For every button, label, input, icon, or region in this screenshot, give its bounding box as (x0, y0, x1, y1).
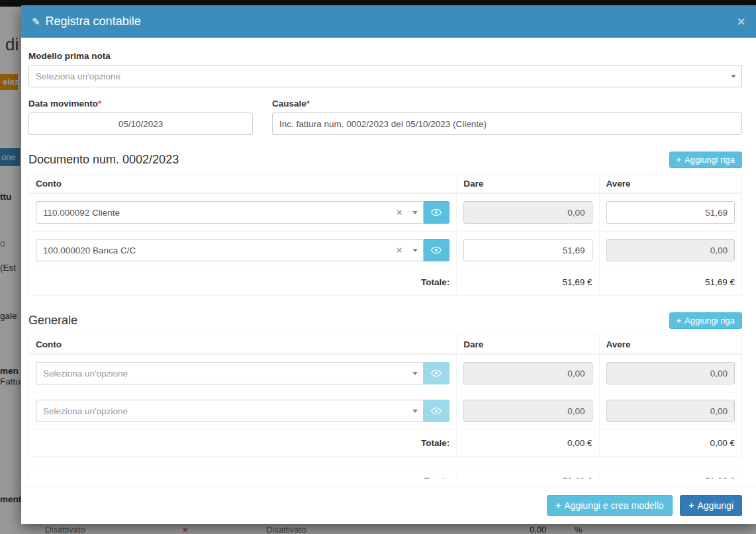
modal-body: Modello prima nota Seleziona un'opzione … (21, 38, 756, 478)
eye-icon (431, 368, 442, 378)
table-row: Seleziona un'opzione (29, 392, 742, 430)
eye-icon (431, 207, 442, 218)
chevron-down-icon (412, 249, 418, 252)
column-header-dare: Dare (457, 335, 599, 355)
avere-input[interactable] (606, 201, 735, 224)
view-account-button (424, 400, 449, 422)
dare-input[interactable] (463, 239, 592, 261)
aggiungi-label: Aggiungi (698, 500, 734, 511)
modal-footer: + Aggiungi e crea modello + Aggiungi (21, 486, 756, 524)
aggiungi-crea-modello-label: Aggiungi e crea modello (564, 500, 663, 511)
causale-label: Causale* (272, 99, 742, 109)
select-placeholder: Seleziona un'opzione (36, 71, 730, 81)
select-placeholder: Seleziona un'opzione (43, 406, 411, 416)
grand-total-avere: 51,69 € (599, 469, 741, 479)
column-header-avere: Avere (599, 175, 741, 194)
grand-total-label: Totale (29, 469, 457, 479)
conto-select[interactable]: Seleziona un'opzione (36, 362, 424, 384)
grand-total-row: Totale 51,69 € 51,69 € (29, 469, 742, 479)
table-row: 110.000092 Cliente × (29, 193, 742, 232)
documento-table: Conto Dare Avere 110.000092 Cliente × (28, 174, 742, 296)
modal-title-text: Registra contabile (46, 15, 141, 28)
plus-icon: + (677, 316, 682, 326)
conto-selected-value: 110.000092 Cliente (43, 208, 397, 218)
modello-prima-nota-select[interactable]: Seleziona un'opzione (28, 65, 742, 87)
column-header-avere: Avere (599, 335, 741, 355)
clear-selection-icon[interactable]: × (397, 245, 402, 255)
generale-section-title: Generale (28, 314, 77, 328)
chevron-down-icon (412, 410, 418, 413)
table-row: 100.000020 Banca C/C × (29, 232, 742, 269)
causale-label-text: Causale (272, 99, 307, 109)
aggiungi-riga-label: Aggiungi riga (685, 155, 735, 165)
dare-input (463, 201, 592, 224)
total-dare: 0,00 € (457, 430, 599, 457)
close-icon[interactable]: × (737, 15, 745, 29)
total-avere: 0,00 € (599, 430, 741, 457)
required-asterisk: * (307, 99, 310, 109)
aggiungi-crea-modello-button[interactable]: + Aggiungi e crea modello (547, 495, 672, 516)
avere-input (606, 239, 735, 261)
column-header-dare: Dare (457, 175, 599, 194)
chevron-down-icon (412, 211, 418, 214)
data-movimento-label-text: Data movimento (28, 99, 98, 109)
aggiungi-riga-label: Aggiungi riga (685, 316, 735, 326)
view-account-button (424, 362, 449, 384)
data-movimento-input[interactable] (28, 112, 253, 135)
total-label: Totale: (29, 269, 457, 296)
conto-selected-value: 100.000020 Banca C/C (43, 245, 397, 255)
eye-icon (431, 406, 442, 416)
pencil-icon: ✎ (32, 16, 40, 28)
modal-header: ✎ Registra contabile × (21, 5, 756, 38)
documento-section-title: Documento num. 0002/2023 (28, 153, 179, 167)
grand-total-dare: 51,69 € (457, 469, 599, 479)
conto-select[interactable]: 100.000020 Banca C/C × (36, 239, 424, 261)
grand-total-table: Totale 51,69 € 51,69 € (28, 468, 742, 478)
total-row: Totale: 51,69 € 51,69 € (29, 269, 742, 296)
view-account-button[interactable] (424, 239, 449, 261)
total-label: Totale: (29, 430, 457, 457)
total-avere: 51,69 € (599, 269, 741, 296)
conto-select[interactable]: 110.000092 Cliente × (36, 201, 424, 224)
plus-icon: + (677, 155, 682, 165)
table-header-row: Conto Dare Avere (29, 335, 742, 355)
aggiungi-riga-generale-button[interactable]: + Aggiungi riga (669, 312, 742, 329)
required-asterisk: * (98, 99, 101, 109)
dare-input (463, 362, 592, 384)
plus-icon: + (555, 500, 561, 511)
view-account-button[interactable] (424, 201, 449, 224)
avere-input (606, 400, 735, 422)
clear-selection-icon[interactable]: × (397, 207, 402, 218)
modal-title: ✎ Registra contabile (32, 15, 141, 28)
avere-input (606, 362, 735, 384)
data-movimento-label: Data movimento* (28, 99, 253, 109)
aggiungi-riga-documento-button[interactable]: + Aggiungi riga (669, 152, 742, 168)
select-placeholder: Seleziona un'opzione (43, 369, 411, 378)
dare-input (463, 400, 592, 422)
conto-select[interactable]: Seleziona un'opzione (36, 400, 424, 422)
chevron-down-icon (412, 372, 418, 375)
table-header-row: Conto Dare Avere (29, 175, 742, 194)
modello-prima-nota-label: Modello prima nota (28, 51, 742, 61)
total-row: Totale: 0,00 € 0,00 € (29, 430, 742, 457)
column-header-conto: Conto (29, 175, 457, 194)
total-dare: 51,69 € (457, 269, 599, 296)
plus-icon: + (688, 500, 694, 511)
aggiungi-button[interactable]: + Aggiungi (680, 495, 742, 516)
chevron-down-icon (731, 75, 736, 78)
column-header-conto: Conto (29, 335, 457, 355)
generale-table: Conto Dare Avere Seleziona un'opzione (28, 335, 742, 457)
causale-input[interactable] (272, 112, 742, 135)
table-row: Seleziona un'opzione (29, 354, 742, 392)
eye-icon (431, 245, 442, 255)
registra-contabile-modal: ✎ Registra contabile × Modello prima not… (21, 5, 756, 524)
